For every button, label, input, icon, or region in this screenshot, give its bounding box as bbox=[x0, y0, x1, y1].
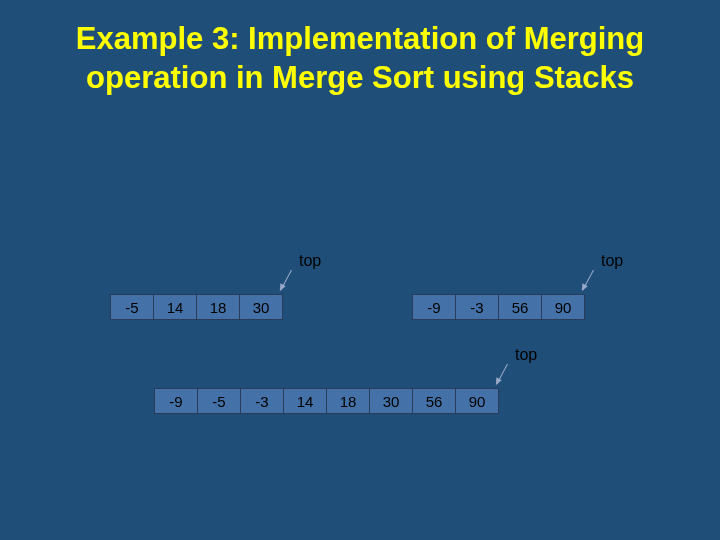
top-label-b: top bbox=[601, 252, 623, 270]
cell: -3 bbox=[455, 294, 499, 320]
cell: 18 bbox=[196, 294, 240, 320]
arrow-c bbox=[496, 364, 508, 385]
cell: 30 bbox=[369, 388, 413, 414]
cell: 18 bbox=[326, 388, 370, 414]
top-label-a: top bbox=[299, 252, 321, 270]
cell: -9 bbox=[154, 388, 198, 414]
stack-b: -9 -3 56 90 bbox=[412, 294, 584, 320]
cell: 56 bbox=[498, 294, 542, 320]
cell: 56 bbox=[412, 388, 456, 414]
cell: -3 bbox=[240, 388, 284, 414]
stack-c: -9 -5 -3 14 18 30 56 90 bbox=[154, 388, 498, 414]
cell: -5 bbox=[110, 294, 154, 320]
cell: -9 bbox=[412, 294, 456, 320]
cell: -5 bbox=[197, 388, 241, 414]
arrow-b bbox=[582, 270, 594, 291]
slide-title: Example 3: Implementation of Merging ope… bbox=[0, 0, 720, 98]
top-label-c: top bbox=[515, 346, 537, 364]
cell: 30 bbox=[239, 294, 283, 320]
arrow-a bbox=[280, 270, 292, 291]
cell: 14 bbox=[283, 388, 327, 414]
cell: 90 bbox=[455, 388, 499, 414]
cell: 14 bbox=[153, 294, 197, 320]
stack-a: -5 14 18 30 bbox=[110, 294, 282, 320]
cell: 90 bbox=[541, 294, 585, 320]
